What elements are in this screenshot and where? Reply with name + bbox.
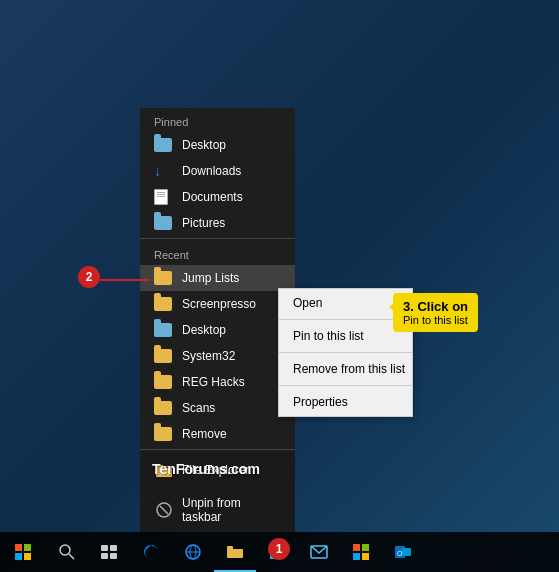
search-icon[interactable]	[46, 532, 88, 572]
list-item[interactable]: System32	[140, 343, 295, 369]
context-properties[interactable]: Properties	[279, 388, 412, 416]
list-item[interactable]: Pictures	[140, 210, 295, 236]
start-button[interactable]	[0, 532, 46, 572]
callout-line2: Pin to this list	[403, 314, 468, 326]
svg-text:O: O	[397, 550, 403, 557]
svg-rect-13	[101, 553, 108, 559]
item-label: Unpin from taskbar	[182, 496, 281, 524]
svg-rect-12	[110, 545, 117, 551]
svg-rect-28	[362, 553, 369, 560]
svg-rect-8	[24, 553, 31, 560]
list-item[interactable]: Documents	[140, 184, 295, 210]
folder-icon	[154, 374, 174, 390]
svg-rect-19	[227, 549, 243, 558]
folder-icon	[154, 426, 174, 442]
taskbar: O 1	[0, 532, 559, 572]
item-label: Scans	[182, 401, 215, 415]
watermark: TenForums.com	[152, 461, 260, 477]
svg-rect-26	[362, 544, 369, 551]
svg-rect-7	[15, 553, 22, 560]
unpin-icon	[154, 500, 174, 520]
list-item[interactable]: REG Hacks	[140, 369, 295, 395]
svg-point-9	[60, 545, 70, 555]
folder-icon	[154, 296, 174, 312]
item-label: Desktop	[182, 138, 226, 152]
pinned-section-label: Pinned	[140, 108, 295, 132]
list-item[interactable]: Scans	[140, 395, 295, 421]
outlook-icon[interactable]: O	[382, 532, 424, 572]
doc-icon	[154, 189, 174, 205]
list-item[interactable]: Screenpresso	[140, 291, 295, 317]
folder-icon	[154, 348, 174, 364]
callout-step3: 3. Click on Pin to this list	[393, 293, 478, 332]
svg-line-4	[160, 506, 168, 514]
item-label: Remove	[182, 427, 227, 441]
item-label: Documents	[182, 190, 243, 204]
svg-rect-14	[110, 553, 117, 559]
badge-step2: 2	[78, 266, 100, 288]
item-label: Screenpresso	[182, 297, 256, 311]
svg-rect-27	[353, 553, 360, 560]
svg-rect-30	[402, 548, 411, 556]
svg-line-10	[69, 554, 74, 559]
item-label: REG Hacks	[182, 375, 245, 389]
folder-icon	[154, 137, 174, 153]
file-explorer-taskbar-icon[interactable]	[214, 532, 256, 572]
list-item[interactable]: Remove	[140, 421, 295, 447]
windows-store2-icon[interactable]	[340, 532, 382, 572]
unpin-item[interactable]: Unpin from taskbar	[140, 488, 295, 532]
badge-arrow	[100, 279, 150, 281]
item-label: Pictures	[182, 216, 225, 230]
callout-line1: 3. Click on	[403, 299, 468, 314]
item-label: Downloads	[182, 164, 241, 178]
svg-rect-5	[15, 544, 22, 551]
svg-rect-11	[101, 545, 108, 551]
list-item-jump-lists[interactable]: Jump Lists	[140, 265, 295, 291]
item-label: Jump Lists	[182, 271, 239, 285]
recent-section-label: Recent	[140, 241, 295, 265]
folder-icon	[154, 270, 174, 286]
list-item[interactable]: ↓ Downloads	[140, 158, 295, 184]
folder-icon	[154, 322, 174, 338]
item-label: Desktop	[182, 323, 226, 337]
ie-icon[interactable]	[172, 532, 214, 572]
download-icon: ↓	[154, 163, 174, 179]
list-item[interactable]: Desktop	[140, 317, 295, 343]
svg-rect-6	[24, 544, 31, 551]
mail-icon[interactable]	[298, 532, 340, 572]
folder-icon	[154, 400, 174, 416]
folder-icon	[154, 215, 174, 231]
item-label: System32	[182, 349, 235, 363]
list-item[interactable]: Desktop	[140, 132, 295, 158]
svg-rect-25	[353, 544, 360, 551]
edge-icon[interactable]	[130, 532, 172, 572]
context-remove[interactable]: Remove from this list	[279, 355, 412, 383]
badge-step1: 1	[268, 538, 290, 560]
task-view-icon[interactable]	[88, 532, 130, 572]
